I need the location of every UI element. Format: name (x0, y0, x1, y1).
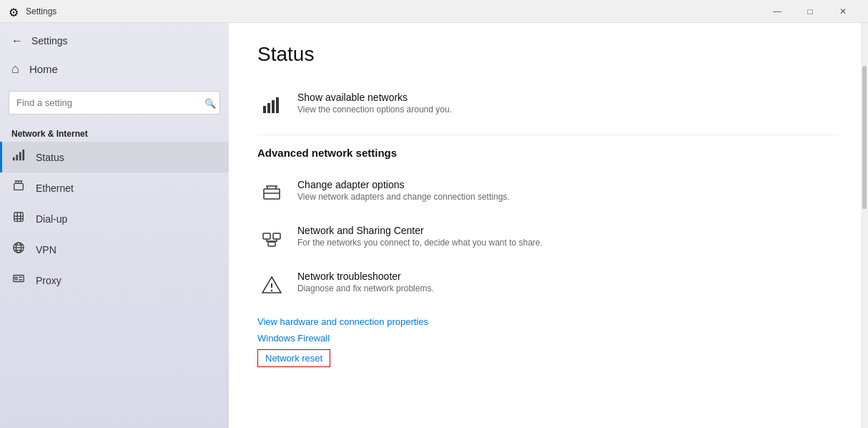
sidebar-item-vpn[interactable]: VPN (0, 234, 229, 265)
search-box: 🔍 (9, 91, 220, 115)
svg-rect-23 (263, 106, 266, 113)
change-adapter-item[interactable]: Change adapter options View network adap… (257, 170, 839, 216)
show-networks-text: Show available networks View the connect… (297, 92, 452, 115)
svg-rect-33 (273, 233, 280, 239)
svg-rect-25 (272, 100, 275, 113)
sidebar-item-status[interactable]: Status (0, 142, 229, 172)
search-button[interactable]: 🔍 (204, 97, 216, 108)
titlebar: ⚙ Settings — □ ✕ (0, 0, 868, 23)
network-reset-link[interactable]: Network reset (257, 349, 330, 367)
svg-rect-24 (267, 103, 270, 113)
adapter-icon (257, 179, 286, 208)
page-title: Status (257, 43, 839, 66)
sidebar-item-status-label: Status (36, 152, 64, 163)
svg-rect-2 (19, 152, 21, 161)
show-networks-item[interactable]: Show available networks View the connect… (257, 83, 839, 129)
sidebar-section-title: Network & Internet (0, 123, 229, 142)
troubleshooter-icon (257, 271, 286, 299)
networks-icon (257, 92, 286, 120)
svg-rect-0 (13, 157, 15, 161)
sidebar: ← Settings ⌂ Home 🔍 Network & Internet S… (0, 23, 229, 428)
troubleshooter-desc: Diagnose and fix network problems. (297, 283, 434, 293)
svg-rect-27 (264, 189, 280, 199)
sharing-center-text: Network and Sharing Center For the netwo… (297, 225, 543, 248)
troubleshooter-name: Network troubleshooter (297, 271, 434, 282)
svg-point-41 (271, 290, 272, 291)
maximize-button[interactable]: □ (794, 0, 827, 23)
advanced-heading: Advanced network settings (257, 147, 839, 159)
window-controls: — □ ✕ (761, 0, 859, 23)
sharing-icon (257, 225, 286, 253)
sharing-center-name: Network and Sharing Center (297, 225, 543, 236)
hardware-properties-link[interactable]: View hardware and connection properties (257, 316, 839, 327)
svg-point-20 (15, 277, 18, 280)
sidebar-item-dialup-label: Dial-up (36, 213, 67, 225)
ethernet-icon (11, 180, 26, 196)
home-label: Home (29, 63, 58, 75)
sidebar-item-ethernet-label: Ethernet (36, 183, 74, 194)
sidebar-app-title: Settings (31, 35, 68, 47)
back-arrow-icon: ← (11, 34, 23, 47)
troubleshooter-item[interactable]: Network troubleshooter Diagnose and fix … (257, 262, 839, 308)
sharing-center-item[interactable]: Network and Sharing Center For the netwo… (257, 216, 839, 262)
svg-rect-9 (14, 213, 24, 222)
scrollbar-thumb[interactable] (862, 66, 867, 209)
back-nav[interactable]: ← Settings (0, 23, 229, 53)
svg-rect-26 (276, 97, 279, 113)
sidebar-item-proxy[interactable]: Proxy (0, 265, 229, 296)
show-networks-name: Show available networks (297, 92, 452, 103)
search-input[interactable] (9, 91, 220, 115)
proxy-icon (11, 272, 26, 288)
home-icon: ⌂ (11, 62, 19, 77)
home-nav-item[interactable]: ⌂ Home (0, 53, 229, 85)
scrollbar[interactable] (861, 23, 868, 428)
settings-icon: ⚙ (9, 6, 20, 17)
svg-rect-4 (14, 183, 24, 190)
windows-firewall-link[interactable]: Windows Firewall (257, 333, 839, 344)
content-area: Status Show available networks View the … (229, 23, 868, 428)
svg-rect-3 (22, 150, 24, 160)
svg-rect-34 (268, 242, 275, 246)
sidebar-item-proxy-label: Proxy (36, 275, 61, 286)
svg-rect-1 (16, 155, 18, 160)
status-icon (11, 149, 26, 165)
titlebar-title: Settings (26, 6, 761, 16)
show-networks-desc: View the connection options around you. (297, 104, 452, 115)
divider-1 (257, 135, 839, 135)
sharing-center-desc: For the networks you connect to, decide … (297, 238, 543, 248)
vpn-icon (11, 241, 26, 258)
change-adapter-text: Change adapter options View network adap… (297, 179, 510, 202)
change-adapter-desc: View network adapters and change connect… (297, 192, 510, 202)
change-adapter-name: Change adapter options (297, 179, 510, 190)
sidebar-item-dialup[interactable]: Dial-up (0, 203, 229, 234)
sidebar-item-ethernet[interactable]: Ethernet (0, 172, 229, 203)
sidebar-item-vpn-label: VPN (36, 244, 56, 256)
close-button[interactable]: ✕ (827, 0, 859, 23)
dialup-icon (11, 210, 26, 227)
troubleshooter-text: Network troubleshooter Diagnose and fix … (297, 271, 434, 293)
svg-rect-32 (263, 233, 270, 239)
minimize-button[interactable]: — (761, 0, 794, 23)
app-container: ← Settings ⌂ Home 🔍 Network & Internet S… (0, 23, 868, 428)
